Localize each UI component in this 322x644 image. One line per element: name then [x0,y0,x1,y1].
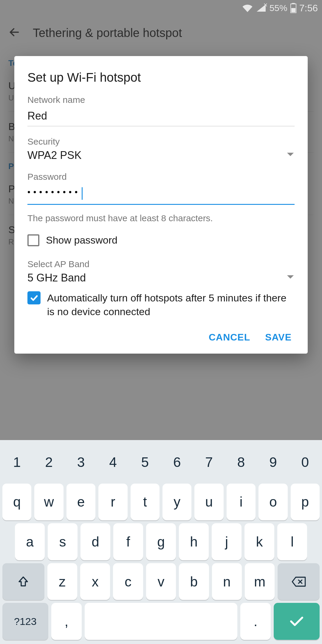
key-w[interactable]: w [34,484,63,521]
network-name-field: Network name [27,95,295,126]
key-backspace[interactable] [278,563,320,600]
show-password-label: Show password [46,233,117,247]
key-q[interactable]: q [2,484,31,521]
key-enter[interactable] [274,603,320,640]
battery-icon [290,3,296,13]
text-cursor [82,187,83,200]
dialog-title: Set up Wi-Fi hotspot [27,70,295,85]
key-6[interactable]: 6 [162,444,191,481]
key-row-3: z x c v b n m [2,563,320,600]
key-row-bottom: ?123 , . [2,603,320,640]
key-i[interactable]: i [227,484,256,521]
key-j[interactable]: j [212,523,242,560]
key-v[interactable]: v [146,563,176,600]
soft-keyboard: 1 2 3 4 5 6 7 8 9 0 q w e r t y u i o p … [0,440,322,644]
key-h[interactable]: h [179,523,209,560]
key-comma[interactable]: , [51,603,82,640]
auto-off-checkbox[interactable] [27,291,41,304]
password-input[interactable]: ••••••••• [27,184,295,205]
key-8[interactable]: 8 [227,444,256,481]
auto-off-row[interactable]: Automatically turn off hotspots after 5 … [27,291,295,319]
key-7[interactable]: 7 [194,444,223,481]
ap-band-label: Select AP Band [27,259,295,269]
password-field: Password ••••••••• [27,172,295,205]
key-r[interactable]: r [98,484,127,521]
key-e[interactable]: e [66,484,95,521]
save-button[interactable]: SAVE [265,332,292,343]
cell-signal-icon: ✕ [256,4,267,13]
key-c[interactable]: c [113,563,143,600]
key-f[interactable]: f [113,523,143,560]
key-s[interactable]: s [48,523,78,560]
security-value: WPA2 PSK [27,149,81,162]
key-0[interactable]: 0 [291,444,320,481]
key-row-1: q w e r t y u i o p [2,484,320,521]
show-password-checkbox[interactable] [27,234,39,246]
key-y[interactable]: y [162,484,191,521]
key-p[interactable]: p [291,484,320,521]
password-helper: The password must have at least 8 charac… [27,213,295,223]
key-t[interactable]: t [131,484,160,521]
security-label: Security [27,137,295,147]
key-a[interactable]: a [15,523,45,560]
show-password-row[interactable]: Show password [27,233,295,247]
ap-band-value: 5 GHz Band [27,272,86,284]
ap-band-field[interactable]: Select AP Band 5 GHz Band [27,259,295,284]
key-row-numbers: 1 2 3 4 5 6 7 8 9 0 [2,444,320,481]
network-name-label: Network name [27,95,295,105]
key-k[interactable]: k [244,523,274,560]
status-bar: ✕ 55% 7:56 [0,0,322,16]
key-m[interactable]: m [245,563,275,600]
dialog-actions: CANCEL SAVE [27,332,295,343]
key-g[interactable]: g [146,523,176,560]
key-period[interactable]: . [240,603,271,640]
key-space[interactable] [85,603,237,640]
wifi-icon [242,4,253,13]
auto-off-label: Automatically turn off hotspots after 5 … [47,291,295,319]
key-9[interactable]: 9 [258,444,287,481]
key-5[interactable]: 5 [131,444,160,481]
dropdown-caret-icon [286,152,295,159]
key-3[interactable]: 3 [66,444,95,481]
key-row-2: a s d f g h j k l [2,523,320,560]
key-l[interactable]: l [277,523,307,560]
key-n[interactable]: n [212,563,242,600]
key-z[interactable]: z [47,563,77,600]
password-label: Password [27,172,295,182]
battery-percent: 55% [270,3,287,13]
network-name-input[interactable] [27,107,295,126]
clock: 7:56 [299,3,318,14]
key-d[interactable]: d [80,523,110,560]
key-o[interactable]: o [258,484,287,521]
security-field[interactable]: Security WPA2 PSK [27,137,295,162]
key-2[interactable]: 2 [34,444,63,481]
key-b[interactable]: b [179,563,209,600]
svg-rect-3 [291,8,295,13]
dropdown-caret-icon [286,275,295,281]
key-4[interactable]: 4 [98,444,127,481]
key-symbols[interactable]: ?123 [2,603,48,640]
key-shift[interactable] [2,563,44,600]
key-x[interactable]: x [80,563,110,600]
key-u[interactable]: u [194,484,223,521]
key-1[interactable]: 1 [2,444,31,481]
cancel-button[interactable]: CANCEL [209,332,250,343]
wifi-hotspot-dialog: Set up Wi-Fi hotspot Network name Securi… [14,56,308,354]
